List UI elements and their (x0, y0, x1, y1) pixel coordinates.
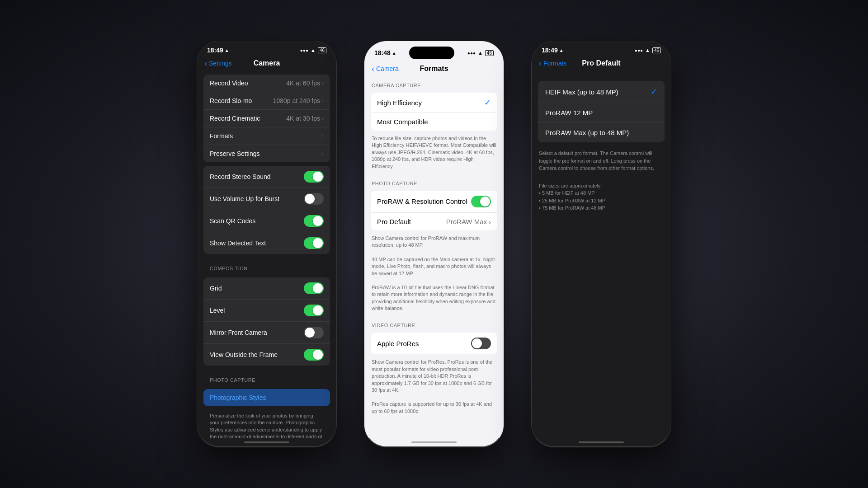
back-chevron-middle: ‹ (372, 64, 374, 74)
checkmark-icon: ✓ (484, 98, 491, 108)
preserve-settings-value: › (322, 150, 324, 157)
toggle-knob (313, 216, 323, 226)
grid-toggle[interactable] (304, 282, 324, 294)
proraw-desc2: 48 MP can be captured on the Main camera… (364, 253, 504, 282)
proraw-desc3: ProRAW is a 10-bit file that uses the Li… (364, 282, 504, 317)
photo-capture-group-middle: ProRAW & Resolution Control Pro Default … (371, 191, 497, 230)
camera-capture-desc: To reduce file size, capture photos and … (364, 132, 504, 174)
outside-frame-toggle[interactable] (304, 349, 324, 361)
toggle-knob (313, 350, 323, 360)
formats-row[interactable]: Formats › (203, 127, 330, 145)
pro-default-label: Pro Default (377, 218, 411, 225)
formats-label: Formats (210, 132, 233, 140)
scan-qr-toggle[interactable] (304, 215, 324, 227)
toggle-knob (305, 194, 315, 204)
composition-group: Grid Level Mirror Front Camera View Outs… (203, 277, 330, 366)
video-capture-header: VIDEO CAPTURE (364, 316, 504, 331)
status-bar-right: 18:49 ▲ ●●● ▲ 46 (532, 41, 671, 56)
dynamic-island (409, 47, 454, 59)
home-indicator-right (579, 441, 624, 443)
back-button-left[interactable]: ‹ Settings (204, 59, 232, 68)
toggle-group: Record Stereo Sound Use Volume Up for Bu… (203, 166, 330, 254)
pro-options-group: HEIF Max (up to 48 MP) ✓ ProRAW 12 MP Pr… (538, 81, 665, 142)
nav-bar-middle: ‹ Camera Formats (364, 61, 504, 76)
toggle-knob (313, 305, 323, 315)
photo-capture-section-middle: PHOTO CAPTURE (364, 174, 504, 189)
toggle-knob (313, 238, 323, 248)
record-stereo-row[interactable]: Record Stereo Sound (203, 166, 330, 188)
show-detected-toggle[interactable] (304, 237, 324, 249)
back-label-right: Formats (543, 60, 566, 67)
mirror-toggle[interactable] (304, 327, 324, 338)
preserve-settings-row[interactable]: Preserve Settings › (203, 145, 330, 162)
wifi-icon: ▲ (478, 50, 483, 56)
proraw-desc1: Show Camera control for ProRAW and maxim… (364, 232, 504, 253)
scan-qr-label: Scan QR Codes (210, 217, 255, 225)
toggle-knob (313, 172, 323, 182)
record-stereo-toggle[interactable] (304, 171, 324, 183)
home-indicator-middle (411, 441, 457, 443)
scroll-content-left: Record Video 4K at 60 fps › Record Slo-m… (197, 71, 336, 438)
most-compatible-row[interactable]: Most Compatible (371, 113, 497, 131)
apple-prores-row[interactable]: Apple ProRes (371, 333, 497, 354)
show-detected-row[interactable]: Show Detected Text (203, 232, 330, 254)
file-sizes-section: File sizes are approximately: • 5 MB for… (532, 178, 671, 218)
record-slomo-value: 1080p at 240 fps › (273, 97, 324, 104)
camera-capture-section-header: CAMERA CAPTURE (364, 76, 504, 91)
outside-frame-row[interactable]: View Outside the Frame (203, 344, 330, 366)
grid-row[interactable]: Grid (203, 277, 330, 300)
high-efficiency-row[interactable]: High Efficiency ✓ (371, 93, 497, 113)
checkmark-icon: ✓ (651, 87, 657, 97)
wifi-icon: ▲ (311, 47, 316, 53)
record-cinematic-label: Record Cinematic (210, 115, 260, 122)
show-detected-label: Show Detected Text (210, 239, 266, 247)
toggle-knob (305, 328, 315, 338)
pro-default-row[interactable]: Pro Default ProRAW Max › (371, 213, 497, 230)
pro-default-description: Select a default pro format. The Camera … (532, 146, 671, 178)
page-title-left: Camera (254, 59, 280, 67)
back-button-right[interactable]: ‹ Formats (539, 59, 566, 68)
proraw-12mp-option[interactable]: ProRAW 12 MP (538, 103, 665, 123)
photographic-styles-row[interactable]: Photographic Styles › (203, 389, 330, 406)
photo-capture-group: Photographic Styles › (203, 389, 330, 406)
mirror-row[interactable]: Mirror Front Camera (203, 322, 330, 344)
status-bar-middle: 18:48 ▲ ●●● ▲ 46 (364, 41, 504, 61)
chevron-icon: › (322, 394, 324, 401)
time-display: 18:49 (207, 47, 223, 54)
file-size-0: • 5 MB for HEIF at 48 MP (539, 190, 595, 196)
scroll-content-middle: CAMERA CAPTURE High Efficiency ✓ Most Co… (364, 76, 504, 438)
file-size-1: • 25 MB for ProRAW at 12 MP (539, 198, 605, 203)
record-video-value: 4K at 60 fps › (286, 80, 324, 87)
volume-burst-toggle[interactable] (304, 193, 324, 205)
record-cinematic-row[interactable]: Record Cinematic 4K at 30 fps › (203, 110, 330, 127)
heif-max-option[interactable]: HEIF Max (up to 48 MP) ✓ (538, 81, 665, 103)
signal-icon: ●●● (635, 48, 643, 53)
volume-burst-label: Use Volume Up for Burst (210, 195, 279, 202)
record-video-row[interactable]: Record Video 4K at 60 fps › (203, 75, 330, 92)
level-row[interactable]: Level (203, 300, 330, 322)
record-slomo-row[interactable]: Record Slo-mo 1080p at 240 fps › (203, 92, 330, 110)
status-icons-middle: ●●● ▲ 46 (467, 50, 494, 56)
level-toggle[interactable] (304, 305, 324, 316)
proraw-max-option[interactable]: ProRAW Max (up to 48 MP) (538, 123, 665, 142)
camera-capture-group: High Efficiency ✓ Most Compatible (371, 93, 497, 131)
file-sizes-header: File sizes are approximately: (539, 183, 602, 188)
phone-middle: 18:48 ▲ ●●● ▲ 46 ‹ Camera Formats CAMERA… (364, 41, 504, 447)
photo-capture-header: PHOTO CAPTURE (197, 369, 336, 385)
phone-left: 18:49 ▲ ●●● ▲ 46 ‹ Settings Camera Recor… (197, 41, 337, 447)
battery-icon: 46 (318, 47, 326, 53)
back-button-middle[interactable]: ‹ Camera (372, 64, 399, 74)
volume-burst-row[interactable]: Use Volume Up for Burst (203, 188, 330, 210)
chevron-icon: › (322, 115, 324, 122)
proraw-12mp-label: ProRAW 12 MP (545, 109, 593, 117)
proraw-toggle[interactable] (471, 196, 491, 207)
apple-prores-toggle[interactable] (471, 338, 491, 349)
scan-qr-row[interactable]: Scan QR Codes (203, 210, 330, 232)
preserve-settings-label: Preserve Settings (210, 150, 260, 157)
file-size-2: • 75 MB for ProRAW at 48 MP (539, 205, 605, 211)
proraw-row[interactable]: ProRAW & Resolution Control (371, 191, 497, 213)
back-label-left: Settings (209, 60, 232, 67)
apple-prores-label: Apple ProRes (377, 340, 419, 347)
most-compatible-label: Most Compatible (377, 118, 428, 126)
record-slomo-label: Record Slo-mo (210, 97, 252, 104)
